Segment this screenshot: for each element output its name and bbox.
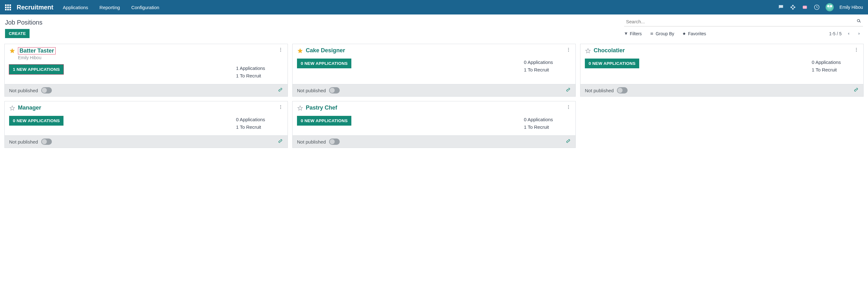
website-link-button[interactable] (565, 138, 571, 145)
svg-point-8 (568, 50, 569, 50)
applications-count: 0 Applications (812, 59, 846, 66)
publish-toggle[interactable] (329, 87, 340, 93)
job-title[interactable]: Batter Taster (18, 47, 56, 54)
chat-icon[interactable] (778, 4, 784, 10)
page-title: Job Positions (5, 17, 42, 26)
svg-point-12 (856, 51, 857, 51)
card-menu-button[interactable] (854, 47, 859, 54)
job-subtitle: Emily Hibou (18, 55, 283, 60)
publish-toggle[interactable] (41, 139, 52, 145)
svg-point-5 (280, 50, 281, 50)
kebab-icon (278, 47, 283, 52)
website-link-button[interactable] (278, 138, 283, 145)
card-footer: Not published (292, 84, 576, 96)
new-applications-button[interactable]: 0 NEW APPLICATIONS (297, 116, 351, 126)
kebab-icon (566, 47, 571, 52)
job-stats: 0 Applications1 To Recruit (812, 59, 859, 74)
nav-link-configuration[interactable]: Configuration (131, 5, 159, 10)
card-menu-button[interactable] (566, 47, 571, 54)
job-card: Cake Designer0 NEW APPLICATIONS0 Applica… (292, 44, 576, 96)
user-name[interactable]: Emily Hibou (839, 5, 863, 10)
job-title[interactable]: Cake Designer (306, 47, 345, 54)
favorite-star[interactable] (9, 105, 16, 111)
favorites-button[interactable]: Favorites (682, 30, 706, 37)
svg-point-11 (856, 50, 857, 50)
job-title[interactable]: Chocolatier (594, 47, 625, 54)
card-footer: Not published (292, 135, 576, 148)
to-recruit-count: 1 To Recruit (236, 123, 271, 131)
svg-point-16 (568, 105, 569, 106)
svg-point-18 (568, 108, 569, 109)
svg-point-14 (280, 107, 281, 107)
svg-point-13 (280, 105, 281, 106)
job-title[interactable]: Pastry Chef (306, 105, 337, 111)
new-applications-button[interactable]: 0 NEW APPLICATIONS (9, 116, 63, 126)
svg-point-4 (280, 48, 281, 49)
pager-next[interactable] (856, 30, 863, 37)
publish-toggle[interactable] (41, 87, 52, 93)
pager-text: 1-5 / 5 (829, 31, 842, 36)
applications-count: 0 Applications (236, 116, 271, 123)
link-icon (565, 87, 571, 92)
card-menu-button[interactable] (278, 47, 283, 54)
to-recruit-count: 1 To Recruit (524, 123, 558, 131)
search-icon[interactable] (856, 18, 862, 24)
funnel-icon (624, 32, 628, 35)
card-menu-button[interactable] (278, 105, 283, 111)
job-card: Manager0 NEW APPLICATIONS0 Applications1… (4, 101, 288, 148)
to-recruit-count: 1 To Recruit (236, 72, 271, 80)
svg-point-7 (568, 48, 569, 49)
chevron-left-icon (846, 31, 851, 36)
pager: 1-5 / 5 (829, 30, 863, 37)
favorite-star[interactable] (297, 105, 303, 111)
new-applications-button[interactable]: 0 NEW APPLICATIONS (297, 59, 351, 68)
favorite-star[interactable] (9, 48, 16, 54)
applications-count: 0 Applications (524, 59, 558, 66)
bot-icon[interactable] (802, 4, 808, 10)
kebab-icon (278, 105, 283, 110)
nav-link-applications[interactable]: Applications (63, 5, 88, 10)
job-card: Batter TasterEmily Hibou1 NEW APPLICATIO… (4, 44, 288, 96)
website-link-button[interactable] (853, 87, 859, 94)
favorites-label: Favorites (688, 31, 706, 36)
nav-link-reporting[interactable]: Reporting (100, 5, 120, 10)
link-icon (565, 138, 571, 144)
filters-button[interactable]: Filters (624, 30, 642, 37)
svg-point-6 (280, 51, 281, 51)
new-applications-button[interactable]: 0 NEW APPLICATIONS (585, 59, 639, 68)
job-stats: 0 Applications1 To Recruit (236, 116, 283, 131)
to-recruit-count: 1 To Recruit (812, 66, 846, 74)
kebab-icon (566, 105, 571, 110)
create-button[interactable]: CREATE (5, 29, 30, 38)
modules-icon[interactable] (790, 4, 796, 10)
website-link-button[interactable] (565, 87, 571, 94)
avatar[interactable] (826, 3, 834, 11)
svg-point-10 (856, 48, 857, 49)
top-navbar: Recruitment Applications Reporting Confi… (0, 0, 868, 15)
job-title[interactable]: Manager (18, 105, 41, 111)
publish-label: Not published (297, 88, 326, 93)
card-menu-button[interactable] (566, 105, 571, 111)
applications-count: 1 Applications (236, 64, 271, 72)
job-stats: 0 Applications1 To Recruit (524, 116, 571, 131)
favorite-star[interactable] (297, 48, 303, 54)
clock-icon[interactable] (814, 4, 820, 10)
website-link-button[interactable] (278, 87, 283, 94)
list-icon (650, 32, 654, 35)
svg-point-2 (805, 7, 806, 8)
to-recruit-count: 1 To Recruit (524, 66, 558, 74)
favorite-star[interactable] (585, 48, 591, 54)
groupby-button[interactable]: Group By (650, 30, 674, 37)
publish-toggle[interactable] (617, 87, 628, 93)
control-panel: Job Positions CREATE Filters Group By Fa… (0, 15, 868, 40)
nav-links: Applications Reporting Configuration (63, 5, 159, 10)
app-brand[interactable]: Recruitment (17, 4, 54, 11)
groupby-label: Group By (656, 31, 674, 36)
job-card: Chocolatier0 NEW APPLICATIONS0 Applicati… (580, 44, 864, 96)
search-input[interactable] (624, 17, 863, 26)
apps-icon[interactable] (5, 4, 11, 10)
new-applications-button[interactable]: 1 NEW APPLICATIONS (9, 64, 63, 74)
link-icon (853, 87, 859, 92)
publish-toggle[interactable] (329, 139, 340, 145)
pager-prev[interactable] (845, 30, 852, 37)
